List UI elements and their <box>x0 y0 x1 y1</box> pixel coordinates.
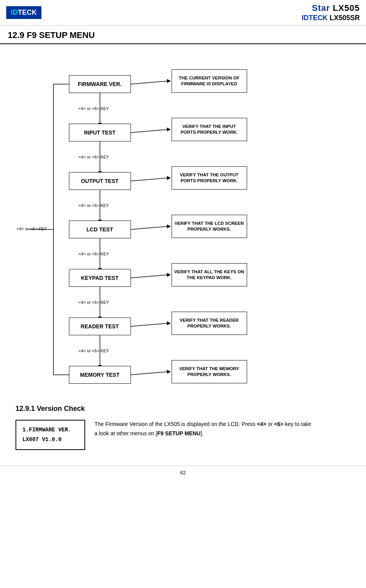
svg-line-21 <box>131 226 168 229</box>
menu-input: INPUT TEST <box>69 124 131 141</box>
svg-line-27 <box>131 372 168 375</box>
lcd-display-box: 1.FIRMWARE VER. LX007 V1.0.0 <box>15 420 85 450</box>
star-text: Star <box>312 3 330 13</box>
version-check-container: 1.FIRMWARE VER. LX007 V1.0.0 The Firmwar… <box>15 420 351 450</box>
svg-marker-26 <box>167 321 171 325</box>
idteck-sr-text: IDTECK <box>302 14 328 22</box>
lx505sr-label: LX505SR <box>330 14 360 22</box>
key-4-ref: <4> <box>257 421 266 427</box>
lx505-label: LX505 <box>333 3 360 13</box>
menu-firmware: FIRMWARE VER. <box>69 75 131 93</box>
key-label-3: <4> or <6> KEY <box>79 203 109 208</box>
version-description: The Firmware Version of the LX505 is dis… <box>95 420 311 438</box>
logo-teck-part: TECK <box>18 9 37 17</box>
lcd-line1: 1.FIRMWARE VER. <box>22 425 78 435</box>
svg-marker-18 <box>167 128 171 131</box>
desc-memory: VERIFY THAT THE MEMORYPROPERLY WORKS. <box>172 360 247 383</box>
logo-idteck: IDTECK <box>6 6 41 19</box>
key-label-2: <4> or <6> KEY <box>79 155 109 159</box>
desc-keypad: VERIFY THAT ALL THE KEYS ONTHE KEYPAD WO… <box>172 263 247 286</box>
svg-line-17 <box>131 129 168 133</box>
section-12-9-1-title: 12.9.1 Version Check <box>15 405 351 413</box>
logo-id-part: ID <box>11 9 18 17</box>
menu-lcd: LCD TEST <box>69 221 131 238</box>
key-label-5: <4> or <6> KEY <box>79 300 109 305</box>
key-label-1: <4> or <6> KEY <box>79 106 109 111</box>
svg-line-25 <box>131 323 168 326</box>
bottom-section: 12.9.1 Version Check 1.FIRMWARE VER. LX0… <box>0 397 366 458</box>
menu-reader: READER TEST <box>69 317 131 335</box>
svg-marker-16 <box>167 79 171 83</box>
key-label-6: <4> or <6> KEY <box>79 348 109 353</box>
svg-marker-28 <box>167 370 171 374</box>
key-6-ref: <6> <box>274 421 284 427</box>
desc-output: VERIFY THAT THE OUTPUTPORTS PROPERLY WOR… <box>172 166 247 190</box>
svg-line-23 <box>131 275 168 278</box>
svg-marker-20 <box>167 176 171 180</box>
f9-setup-menu-ref: F9 SETUP MENU <box>157 430 201 436</box>
desc-lcd: VERIFY THAT THE LCD SCREENPROPERLY WORKS… <box>172 215 247 238</box>
page-title: 12.9 F9 SETUP MENU <box>0 26 366 44</box>
product-name-idteck-lx505sr: IDTECK LX505SR <box>302 14 360 22</box>
desc-firmware: THE CURRENT VERSION OFFIRMWARE IS DISPLA… <box>172 69 247 93</box>
svg-line-15 <box>131 81 168 84</box>
key-label-4: <4> or <6> KEY <box>79 252 109 256</box>
svg-line-19 <box>131 178 168 181</box>
page-header: IDTECK Star LX505 IDTECK LX505SR <box>0 0 366 26</box>
desc-input: VERIFY THAT THE INPUTPORTS PROPERLY WORK… <box>172 118 247 141</box>
diagram-area: FIRMWARE VER. INPUT TEST OUTPUT TEST LCD… <box>17 52 350 389</box>
menu-memory: MEMORY TEST <box>69 366 131 384</box>
svg-marker-24 <box>167 273 171 277</box>
desc-reader: VERIFY THAT THE READERPROPERLY WORKS. <box>172 312 247 335</box>
menu-output: OUTPUT TEST <box>69 172 131 190</box>
lx505sr-text: LX505SR <box>330 14 360 22</box>
lcd-line2: LX007 V1.0.0 <box>22 435 78 445</box>
svg-marker-22 <box>167 224 171 228</box>
menu-keypad: KEYPAD TEST <box>69 269 131 287</box>
logo-right: Star LX505 IDTECK LX505SR <box>302 3 360 22</box>
side-key-label: <4> or <6> KEY <box>17 226 47 231</box>
page-number: 62 <box>0 466 366 479</box>
product-name-star-lx505: Star LX505 <box>312 3 360 13</box>
